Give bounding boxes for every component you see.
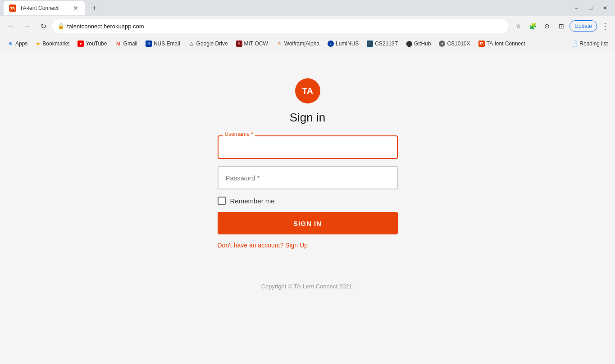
window-controls: − □ ✕	[570, 2, 611, 14]
lock-icon: 🔒	[58, 23, 64, 29]
password-input[interactable]	[218, 166, 398, 189]
maximize-button[interactable]: □	[584, 2, 597, 14]
cast-button[interactable]: ⊡	[555, 20, 568, 32]
bookmark-star-button[interactable]: ☆	[512, 20, 524, 32]
tab-title: TA-lent Connect	[20, 5, 68, 11]
navigation-bar: ← → ↻ 🔒 talentconnect.herokuapp.com ☆ 🧩 …	[0, 16, 615, 36]
minimize-button[interactable]: −	[570, 2, 583, 14]
bookmark-apps-label: Apps	[15, 40, 27, 47]
bookmark-google-drive[interactable]: △ Google Drive	[185, 39, 232, 49]
logo-text: TA	[302, 86, 313, 96]
reading-list-label: Reading list	[579, 40, 608, 47]
forward-button[interactable]: →	[20, 19, 34, 33]
update-button[interactable]: Update	[569, 20, 597, 32]
bookmark-cs2113t[interactable]: 🎓 CS2113T	[363, 39, 401, 49]
bookmark-gmail-label: Gmail	[123, 40, 137, 47]
bookmark-gmail[interactable]: M Gmail	[112, 39, 141, 49]
gmail-icon: M	[115, 40, 122, 47]
bookmark-luminus[interactable]: L LumiNUS	[324, 39, 362, 49]
bookmark-youtube[interactable]: ▶ YouTube	[74, 39, 110, 49]
tab-close-button[interactable]: ✕	[72, 4, 79, 12]
tab-favicon: TA	[9, 4, 16, 12]
remember-me-label: Remember me	[230, 197, 275, 205]
bookmark-google-drive-label: Google Drive	[196, 40, 228, 47]
app-logo: TA	[295, 78, 320, 103]
footer-text: Copyright © TA-Lent Connect 2021.	[261, 283, 354, 290]
nus-email-icon: N	[146, 40, 152, 47]
luminus-icon: L	[328, 40, 334, 47]
google-drive-icon: △	[188, 40, 195, 47]
nav-right-controls: ☆ 🧩 ⊙ ⊡ Update ⋮	[512, 20, 611, 32]
bookmark-apps[interactable]: ⊞ Apps	[4, 39, 31, 49]
reading-list-icon: 📄	[571, 40, 578, 47]
password-field-wrapper	[218, 166, 398, 189]
cs2113t-icon: 🎓	[367, 40, 373, 47]
profile-button[interactable]: ⊙	[541, 20, 553, 32]
apps-icon: ⊞	[7, 40, 14, 47]
bookmark-mit-ocw-label: MIT OCW	[244, 40, 268, 47]
reading-list-button[interactable]: 📄 Reading list	[567, 39, 611, 49]
bookmarks-bar: ⊞ Apps ★ Bookmarks ▶ YouTube M Gmail N N…	[0, 36, 615, 51]
extensions-button[interactable]: 🧩	[526, 20, 539, 32]
address-bar[interactable]: 🔒 talentconnect.herokuapp.com	[52, 19, 508, 33]
page-content: TA Sign in Username * Rememb	[0, 51, 615, 364]
mit-ocw-icon: M	[236, 40, 242, 47]
bookmark-bookmarks[interactable]: ★ Bookmarks	[32, 39, 73, 49]
bookmark-ta-lent-connect-label: TA-lent Connect	[487, 40, 525, 47]
sign-in-form-container: TA Sign in Username * Rememb	[218, 78, 398, 290]
username-label: Username *	[223, 131, 255, 137]
refresh-button[interactable]: ↻	[36, 19, 50, 33]
bookmark-wolfram-alpha[interactable]: ⚛ Wolfram|Alpha	[273, 39, 323, 49]
new-tab-button[interactable]: +	[88, 2, 101, 14]
bookmark-github[interactable]: ⬤ GitHub	[402, 39, 434, 49]
ta-lent-connect-icon: TA	[478, 40, 485, 47]
sign-in-form: Username * Remember me SIGN IN Don't hav…	[218, 135, 398, 249]
bookmark-nus-email-label: NUS Email	[154, 40, 180, 47]
cs1010x-icon: ●	[439, 40, 445, 47]
more-options-button[interactable]: ⋮	[599, 20, 611, 32]
bookmark-cs1010x-label: CS1010X	[447, 40, 470, 47]
back-button[interactable]: ←	[4, 19, 18, 33]
bookmark-mit-ocw[interactable]: M MIT OCW	[232, 39, 272, 49]
signup-link[interactable]: Don't have an account? Sign Up	[218, 242, 398, 249]
youtube-icon: ▶	[77, 40, 84, 47]
bookmark-cs2113t-label: CS2113T	[375, 40, 398, 47]
bookmark-luminus-label: LumiNUS	[336, 40, 359, 47]
wolfram-alpha-icon: ⚛	[276, 40, 282, 47]
page-title: Sign in	[290, 111, 326, 125]
remember-me-checkbox[interactable]	[218, 197, 226, 205]
username-input[interactable]	[218, 135, 398, 159]
bookmark-ta-lent-connect[interactable]: TA TA-lent Connect	[475, 39, 529, 49]
url-text: talentconnect.herokuapp.com	[67, 23, 503, 30]
bookmark-nus-email[interactable]: N NUS Email	[142, 39, 184, 49]
bookmark-youtube-label: YouTube	[86, 40, 107, 47]
active-tab[interactable]: TA TA-lent Connect ✕	[4, 1, 85, 15]
bookmark-bookmarks-label: Bookmarks	[42, 40, 69, 47]
bookmark-wolfram-alpha-label: Wolfram|Alpha	[284, 40, 319, 47]
close-button[interactable]: ✕	[599, 2, 611, 14]
github-icon: ⬤	[406, 40, 412, 47]
username-field-wrapper: Username *	[218, 135, 398, 159]
remember-me-wrapper[interactable]: Remember me	[218, 197, 398, 205]
bookmark-cs1010x[interactable]: ● CS1010X	[435, 39, 474, 49]
star-icon: ★	[36, 40, 41, 47]
sign-in-button[interactable]: SIGN IN	[218, 212, 398, 234]
bookmark-github-label: GitHub	[414, 40, 431, 47]
title-bar: TA TA-lent Connect ✕ + − □ ✕	[0, 0, 615, 16]
